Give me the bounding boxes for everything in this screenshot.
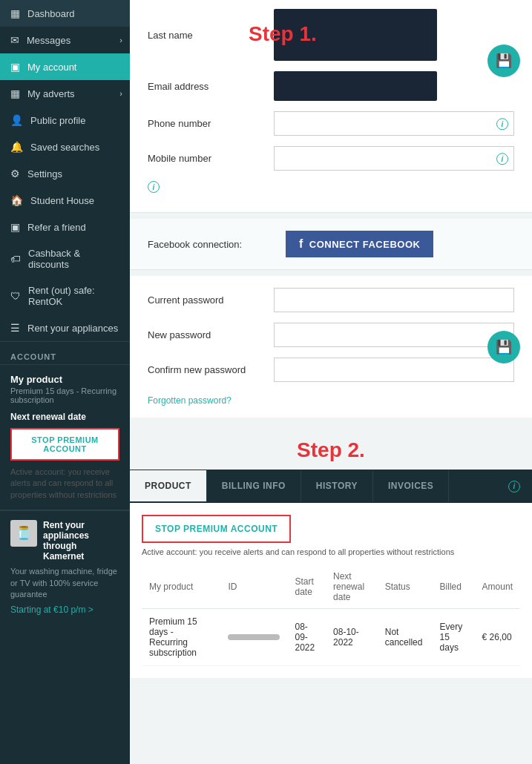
mobile-input[interactable] bbox=[274, 146, 514, 171]
current-password-row: Current password bbox=[148, 288, 514, 312]
col-id: ID bbox=[220, 565, 287, 609]
confirm-password-label: Confirm new password bbox=[148, 364, 274, 375]
sidebar-item-rent-appliances[interactable]: ☰ Rent your appliances bbox=[0, 315, 130, 341]
tab-product[interactable]: PRODUCT bbox=[130, 470, 207, 501]
cell-product: Premium 15 days - Recurring subscription bbox=[142, 608, 220, 665]
col-billed: Billed bbox=[433, 565, 475, 609]
sidebar-item-saved-searches[interactable]: 🔔 Saved searches bbox=[0, 134, 130, 160]
sidebar-label-profile: Public profile bbox=[30, 115, 85, 126]
col-renewal-date: Next renewal date bbox=[326, 565, 378, 609]
phone-info-icon: i bbox=[496, 117, 508, 131]
appliances-title: Rent your appliances through Kamernet bbox=[43, 520, 89, 562]
save-icon: 💾 bbox=[496, 53, 512, 69]
connect-facebook-button[interactable]: f CONNECT FACEBOOK bbox=[286, 231, 433, 257]
facebook-section: Facebook connection: f CONNECT FACEBOOK bbox=[130, 219, 532, 270]
bottom-product-section: STOP PREMIUM ACCOUNT Active account: you… bbox=[130, 503, 532, 678]
sidebar-label-dashboard: Dashboard bbox=[27, 8, 75, 19]
facebook-btn-label: CONNECT FACEBOOK bbox=[309, 239, 421, 250]
active-account-text: Active account: you receive alerts and c… bbox=[10, 467, 119, 501]
sidebar-label-settings: Settings bbox=[27, 168, 62, 180]
sidebar-label-student-house: Student House bbox=[30, 195, 94, 206]
cell-amount: € 26,00 bbox=[475, 608, 520, 665]
id-bar bbox=[228, 634, 280, 640]
forgot-password-link[interactable]: Forgotten password? bbox=[148, 395, 231, 406]
confirm-password-input[interactable] bbox=[274, 358, 514, 382]
stop-premium-button-bottom[interactable]: STOP PREMIUM ACCOUNT bbox=[142, 515, 291, 543]
sidebar-label-cashback: Cashback & discounts bbox=[28, 248, 119, 270]
active-account-text-bottom: Active account: you receive alerts and c… bbox=[142, 547, 520, 556]
appliances-icon: 🫙 bbox=[10, 520, 37, 547]
tab-invoices[interactable]: INVOICES bbox=[373, 470, 449, 501]
step2-annotation: Step 2. bbox=[297, 438, 365, 461]
cell-renewal-date: 08-10-2022 bbox=[326, 608, 378, 665]
account-block: My product Premium 15 days - Recurring s… bbox=[0, 364, 130, 510]
cell-billed: Every 15 days bbox=[433, 608, 475, 665]
main-content: Step 1. Last name Email address Phone nu… bbox=[130, 0, 532, 678]
product-table: My product ID Start date Next renewal da… bbox=[142, 565, 520, 666]
appliances-nav-icon: ☰ bbox=[10, 322, 20, 334]
new-password-input[interactable] bbox=[274, 323, 514, 347]
cell-id bbox=[220, 608, 287, 665]
bell-icon: 🔔 bbox=[10, 141, 23, 153]
last-name-row: Last name bbox=[148, 9, 514, 61]
sidebar-item-messages[interactable]: ✉ Messages › bbox=[0, 27, 130, 53]
sidebar-item-dashboard[interactable]: ▦ Dashboard bbox=[0, 0, 130, 27]
email-blackout bbox=[274, 71, 437, 101]
table-row: Premium 15 days - Recurring subscription… bbox=[142, 608, 520, 665]
step2-area: Step 2. bbox=[130, 424, 532, 470]
sidebar-label-saved: Saved searches bbox=[30, 142, 99, 153]
col-amount: Amount bbox=[475, 565, 520, 609]
password-section: Current password New password Confirm ne… bbox=[130, 276, 532, 418]
tabs-info-icon[interactable]: i bbox=[496, 470, 532, 503]
tab-billing[interactable]: BILLING INFO bbox=[207, 470, 301, 501]
save-fab-top[interactable]: 💾 bbox=[487, 45, 520, 77]
current-password-label: Current password bbox=[148, 294, 274, 306]
tab-history[interactable]: HISTORY bbox=[301, 470, 373, 501]
phone-input[interactable] bbox=[274, 111, 514, 136]
sidebar-item-refer-friend[interactable]: ▣ Refer a friend bbox=[0, 214, 130, 240]
sidebar-item-my-adverts[interactable]: ▦ My adverts › bbox=[0, 80, 130, 107]
tabs-info-circle: i bbox=[508, 481, 520, 493]
sidebar-label-refer: Refer a friend bbox=[27, 222, 86, 233]
sidebar-label-appliances: Rent your appliances bbox=[27, 323, 118, 334]
sidebar-item-settings[interactable]: ⚙ Settings bbox=[0, 160, 130, 187]
bottom-tabs: PRODUCT BILLING INFO HISTORY INVOICES i bbox=[130, 470, 532, 503]
tab-billing-label: BILLING INFO bbox=[222, 481, 286, 491]
tab-invoices-label: INVOICES bbox=[388, 481, 433, 491]
sidebar-item-student-house[interactable]: 🏠 Student House bbox=[0, 187, 130, 214]
phone-label: Phone number bbox=[148, 118, 274, 129]
info-row: i bbox=[148, 181, 514, 193]
account-section-header: ACCOUNT bbox=[0, 345, 130, 364]
stop-premium-button[interactable]: STOP PREMIUM ACCOUNT bbox=[10, 428, 119, 461]
adverts-icon: ▦ bbox=[10, 88, 20, 99]
cell-start-date: 08-09-2022 bbox=[287, 608, 326, 665]
sidebar-item-public-profile[interactable]: 👤 Public profile bbox=[0, 107, 130, 134]
profile-icon: 👤 bbox=[10, 114, 23, 126]
save-icon-2: 💾 bbox=[496, 339, 512, 355]
sidebar-item-cashback[interactable]: 🏷 Cashback & discounts bbox=[0, 240, 130, 277]
shield-icon: 🛡 bbox=[10, 290, 21, 302]
tab-product-label: PRODUCT bbox=[145, 481, 191, 491]
appliances-link[interactable]: Starting at €10 p/m > bbox=[10, 605, 119, 615]
sidebar-label-messages: Messages bbox=[27, 35, 70, 46]
mobile-info-icon: i bbox=[496, 152, 508, 165]
appliances-promo-block: 🫙 Rent your appliances through Kamernet … bbox=[0, 510, 130, 624]
sidebar-label-account: My account bbox=[27, 62, 76, 73]
appliances-body: Your washing machine, fridge or TV with … bbox=[10, 566, 119, 600]
mobile-label: Mobile number bbox=[148, 153, 274, 164]
gear-icon: ⚙ bbox=[10, 168, 20, 180]
current-password-input[interactable] bbox=[274, 288, 514, 312]
email-label: Email address bbox=[148, 81, 274, 92]
personal-info-section: Step 1. Last name Email address Phone nu… bbox=[130, 0, 532, 213]
sidebar-item-my-account[interactable]: ▣ My account bbox=[0, 53, 130, 80]
chevron-right-icon-2: › bbox=[119, 89, 122, 98]
sidebar-label-rent-safe: Rent (out) safe: RentOK bbox=[28, 285, 119, 307]
messages-icon: ✉ bbox=[10, 34, 19, 46]
my-product-label: My product bbox=[10, 374, 119, 385]
sidebar-item-rent-safe[interactable]: 🛡 Rent (out) safe: RentOK bbox=[0, 277, 130, 315]
sidebar: ▦ Dashboard ✉ Messages › ▣ My account ▦ … bbox=[0, 0, 130, 764]
col-start-date: Start date bbox=[287, 565, 326, 609]
product-description: Premium 15 days - Recurring subscription bbox=[10, 386, 119, 404]
last-name-label: Last name bbox=[148, 30, 274, 41]
save-fab-password[interactable]: 💾 bbox=[487, 331, 520, 363]
